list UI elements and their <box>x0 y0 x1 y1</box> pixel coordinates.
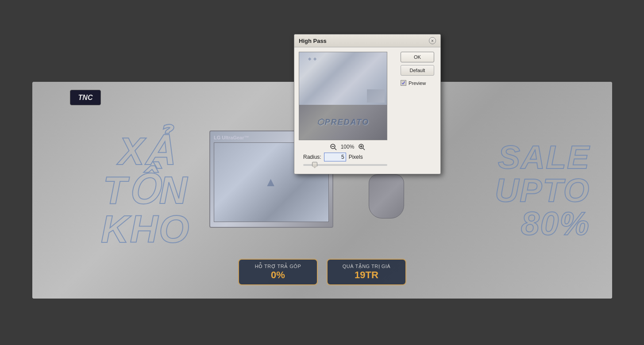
installment-label-top: HỖ TRỢ TRẢ GÓP <box>255 264 301 269</box>
pixels-label: Pixels <box>349 154 363 160</box>
right-line2: UPTO <box>495 174 590 207</box>
gift-label-bottom: 19TR <box>355 269 378 281</box>
dialog-body: ◆ ◆ ⬡PREDATO <box>294 47 440 174</box>
preview-top: ◆ ◆ <box>299 52 387 105</box>
default-button[interactable]: Default <box>401 65 434 76</box>
dialog-title: High Pass <box>299 38 327 44</box>
preview-area: ◆ ◆ ⬡PREDATO <box>299 52 396 169</box>
slider-row <box>299 163 396 169</box>
right-line3: 80% <box>495 207 590 240</box>
preview-checkbox[interactable] <box>401 80 406 86</box>
gift-button[interactable]: QUÀ TẶNG TRỊ GIÁ 19TR <box>327 259 406 285</box>
gift-label-top: QUÀ TẶNG TRỊ GIÁ <box>343 264 390 269</box>
banner-text-right: SALE UPTO 80% <box>495 141 590 240</box>
radius-row: Radius: Pixels <box>299 151 396 163</box>
dialog-controls: OK Default Preview <box>401 52 436 169</box>
preview-image: ◆ ◆ ⬡PREDATO <box>299 52 387 140</box>
checkbox-checkmark <box>401 81 405 85</box>
radius-slider-thumb[interactable] <box>312 162 317 168</box>
radius-slider-track <box>303 164 387 166</box>
svg-line-4 <box>363 148 365 150</box>
installment-label-bottom: 0% <box>271 269 285 281</box>
zoom-out-icon[interactable] <box>329 143 337 151</box>
preview-row: Preview <box>401 80 436 86</box>
zoom-controls: 100% <box>299 143 396 151</box>
svg-line-1 <box>335 148 336 150</box>
banner-buttons: HỖ TRỢ TRẢ GÓP 0% QUÀ TẶNG TRỊ GIÁ 19TR <box>238 259 406 285</box>
radius-label: Radius: <box>303 154 321 160</box>
right-line1: SALE <box>495 141 590 174</box>
preview-bottom: ⬡PREDATO <box>299 105 387 140</box>
ok-button[interactable]: OK <box>401 52 434 62</box>
zoom-in-icon[interactable] <box>358 143 366 151</box>
high-pass-dialog: High Pass × ◆ ◆ ⬡PREDATO <box>294 34 441 174</box>
zoom-percent: 100% <box>341 144 355 150</box>
preview-label: Preview <box>409 80 426 86</box>
dialog-close-button[interactable]: × <box>429 37 436 44</box>
radius-input[interactable] <box>324 153 346 161</box>
installment-button[interactable]: HỖ TRỢ TRẢ GÓP 0% <box>238 259 318 285</box>
dialog-titlebar: High Pass × <box>294 34 440 47</box>
preview-predator-text: ⬡PREDATO <box>317 117 369 127</box>
tnc-logo: TNC <box>70 90 101 105</box>
